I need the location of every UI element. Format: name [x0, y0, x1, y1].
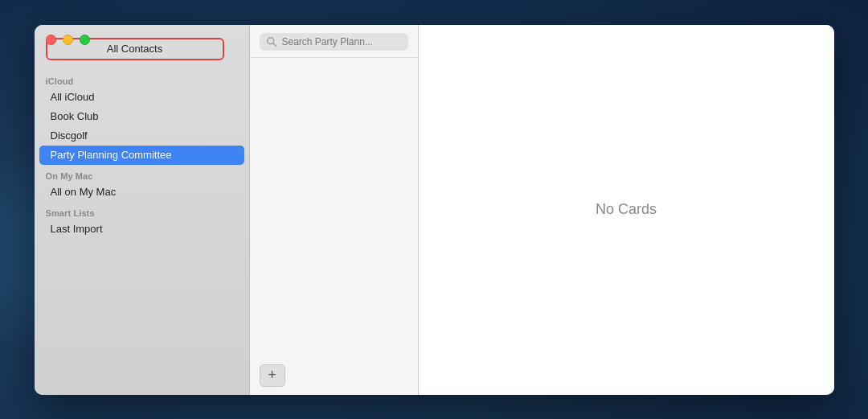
contacts-window: All Contacts iCloud All iCloud Book Club… [35, 25, 834, 395]
maximize-button[interactable] [80, 35, 90, 45]
sidebar-item-last-import[interactable]: Last Import [39, 220, 244, 239]
sidebar-item-all-icloud[interactable]: All iCloud [39, 88, 244, 107]
icloud-section-label: iCloud [35, 70, 249, 88]
search-icon [266, 36, 277, 47]
all-contacts-label: All Contacts [107, 43, 162, 55]
detail-column: No Cards [419, 25, 834, 395]
close-button[interactable] [46, 35, 56, 45]
search-bar [250, 25, 418, 58]
sidebar-item-all-on-my-mac[interactable]: All on My Mac [39, 183, 244, 202]
window-body: All Contacts iCloud All iCloud Book Club… [35, 25, 834, 395]
no-cards-text: No Cards [596, 201, 657, 218]
svg-line-1 [272, 43, 276, 46]
contacts-list [250, 58, 418, 356]
sidebar-item-book-club[interactable]: Book Club [39, 107, 244, 126]
add-contact-button[interactable]: + [260, 364, 285, 387]
traffic-lights [46, 35, 90, 45]
search-input-container [260, 33, 408, 51]
search-input[interactable] [282, 36, 402, 47]
on-my-mac-section-label: On My Mac [35, 165, 249, 183]
sidebar: All Contacts iCloud All iCloud Book Club… [35, 25, 250, 395]
smart-lists-section-label: Smart Lists [35, 202, 249, 220]
add-button-area: + [250, 356, 418, 395]
minimize-button[interactable] [63, 35, 73, 45]
sidebar-item-discgolf[interactable]: Discgolf [39, 126, 244, 146]
sidebar-item-party-planning[interactable]: Party Planning Committee [39, 146, 244, 165]
middle-column: + [250, 25, 419, 395]
